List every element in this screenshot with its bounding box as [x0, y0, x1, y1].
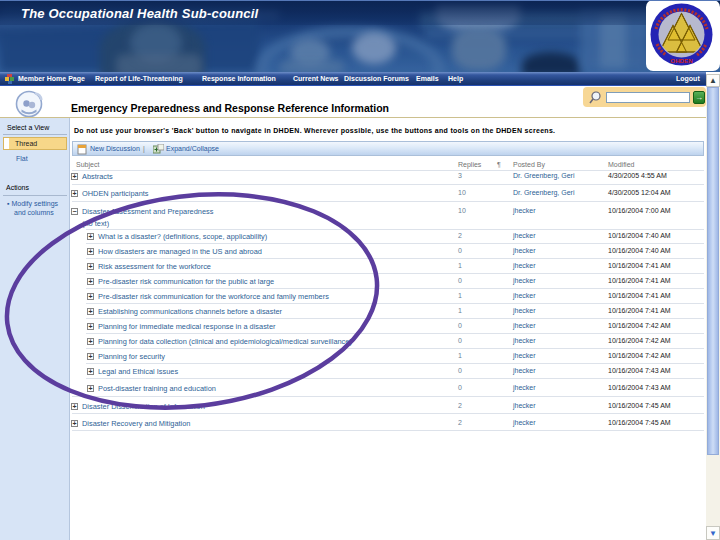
svg-text:OHDEN: OHDEN: [670, 57, 693, 64]
